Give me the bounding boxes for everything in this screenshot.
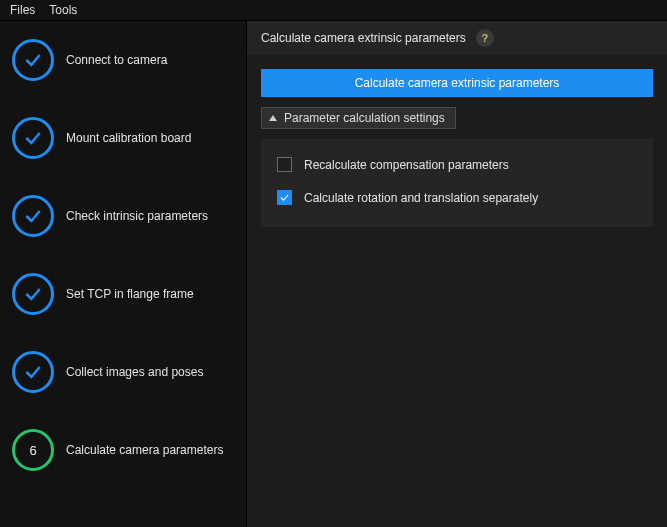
step-collect-poses[interactable]: Collect images and poses [12, 351, 234, 393]
menubar: Files Tools [0, 0, 667, 20]
checkbox-recalculate[interactable] [277, 157, 292, 172]
svg-marker-0 [269, 115, 277, 121]
menu-tools[interactable]: Tools [49, 3, 77, 17]
step-label: Mount calibration board [66, 131, 191, 145]
step-connect-camera[interactable]: Connect to camera [12, 39, 234, 81]
setting-separate-rotation[interactable]: Calculate rotation and translation separ… [277, 190, 637, 205]
menu-files[interactable]: Files [10, 3, 35, 17]
chevron-up-icon [268, 113, 278, 123]
settings-toggle[interactable]: Parameter calculation settings [261, 107, 456, 129]
content-header: Calculate camera extrinsic parameters ? [247, 21, 667, 55]
step-check-intrinsic[interactable]: Check intrinsic parameters [12, 195, 234, 237]
setting-recalculate[interactable]: Recalculate compensation parameters [277, 157, 637, 172]
step-mount-board[interactable]: Mount calibration board [12, 117, 234, 159]
checkmark-icon [12, 39, 54, 81]
checkmark-icon [12, 273, 54, 315]
content: Calculate camera extrinsic parameters ? … [246, 21, 667, 527]
step-number: 6 [29, 443, 36, 458]
main: Connect to camera Mount calibration boar… [0, 20, 667, 527]
step-set-tcp[interactable]: Set TCP in flange frame [12, 273, 234, 315]
step-label: Check intrinsic parameters [66, 209, 208, 223]
step-label: Set TCP in flange frame [66, 287, 194, 301]
help-icon[interactable]: ? [476, 29, 494, 47]
calculate-button[interactable]: Calculate camera extrinsic parameters [261, 69, 653, 97]
step-label: Collect images and poses [66, 365, 203, 379]
checkmark-icon [12, 117, 54, 159]
setting-label: Calculate rotation and translation separ… [304, 191, 538, 205]
checkbox-separate-rotation[interactable] [277, 190, 292, 205]
settings-toggle-label: Parameter calculation settings [284, 111, 445, 125]
step-label: Connect to camera [66, 53, 167, 67]
settings-panel: Recalculate compensation parameters Calc… [261, 139, 653, 227]
content-body: Calculate camera extrinsic parameters Pa… [247, 55, 667, 241]
step-calculate-params[interactable]: 6 Calculate camera parameters [12, 429, 234, 471]
step-number-icon: 6 [12, 429, 54, 471]
step-label: Calculate camera parameters [66, 443, 223, 457]
setting-label: Recalculate compensation parameters [304, 158, 509, 172]
sidebar-steps: Connect to camera Mount calibration boar… [0, 21, 246, 527]
page-title: Calculate camera extrinsic parameters [261, 31, 466, 45]
checkmark-icon [12, 351, 54, 393]
checkmark-icon [12, 195, 54, 237]
